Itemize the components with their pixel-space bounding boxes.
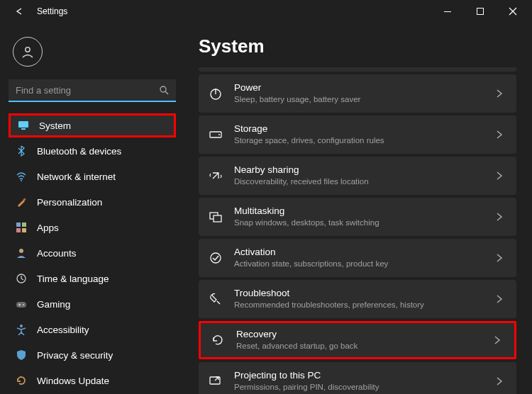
setting-projecting-to-this-pc[interactable]: Projecting to this PC Permissions, pairi… [199, 362, 516, 394]
setting-subtitle: Permissions, pairing PIN, discoverabilit… [234, 382, 379, 392]
setting-subtitle: Storage space, drives, configuration rul… [234, 135, 384, 145]
setting-title: Nearby sharing [234, 164, 369, 176]
sidebar-item-label: Apps [37, 223, 59, 233]
back-button[interactable] [11, 3, 28, 20]
sidebar: System Bluetooth & devices Network & int… [0, 23, 184, 394]
chevron-right-icon [494, 252, 505, 264]
minimize-button[interactable] [431, 0, 464, 23]
setting-title: Recovery [236, 329, 358, 341]
sidebar-item-gaming[interactable]: Gaming [9, 292, 176, 316]
chevron-right-icon [494, 88, 505, 99]
setting-subtitle: Sleep, battery usage, battery saver [234, 94, 360, 104]
sidebar-item-label: Accessibility [37, 325, 89, 335]
chevron-right-icon [492, 334, 503, 346]
projecting-icon [209, 374, 223, 388]
page-title: System [199, 35, 516, 57]
sidebar-item-time-language[interactable]: Time & language [9, 266, 176, 291]
settings-list: Power Sleep, battery usage, battery save… [199, 67, 516, 394]
setting-subtitle: Snap windows, desktops, task switching [234, 218, 379, 227]
display-icon [18, 120, 29, 131]
minimize-icon [442, 6, 453, 17]
window-controls [431, 0, 529, 23]
wifi-icon [16, 171, 27, 182]
person-icon [16, 247, 27, 259]
shield-icon [16, 349, 27, 361]
setting-recovery[interactable]: Recovery Reset, advanced startup, go bac… [199, 321, 516, 359]
search-box[interactable] [9, 79, 176, 102]
setting-title: Power [234, 82, 360, 94]
maximize-button[interactable] [464, 0, 497, 23]
power-icon [209, 86, 223, 101]
bluetooth-icon [16, 145, 27, 157]
storage-icon [209, 128, 223, 142]
sidebar-item-label: Network & internet [37, 171, 116, 182]
setting-title: Troubleshoot [234, 288, 424, 300]
activation-icon [209, 251, 223, 265]
clock-language-icon [16, 273, 27, 284]
sidebar-item-network-internet[interactable]: Network & internet [9, 164, 176, 188]
main-content: System Power Sleep, battery usage, batte… [184, 23, 532, 394]
avatar[interactable] [13, 37, 43, 67]
gamepad-icon [16, 298, 27, 310]
search-input[interactable] [16, 85, 159, 96]
setting-title: Storage [234, 123, 384, 135]
setting-title: Projecting to this PC [234, 370, 379, 382]
multitasking-icon [209, 210, 223, 224]
sidebar-item-label: Accounts [37, 248, 77, 259]
chevron-right-icon [494, 293, 505, 305]
window-title: Settings [37, 6, 67, 16]
person-icon [21, 45, 35, 59]
sidebar-item-label: Windows Update [37, 376, 109, 386]
setting-subtitle: Activation state, subscriptions, product… [234, 259, 388, 269]
sidebar-item-apps[interactable]: Apps [9, 215, 176, 240]
setting-subtitle: Discoverability, received files location [234, 176, 369, 186]
title-bar: Settings [0, 0, 532, 23]
sidebar-item-label: Privacy & security [37, 350, 113, 361]
update-icon [16, 375, 27, 386]
apps-icon [16, 222, 27, 233]
sidebar-item-label: Bluetooth & devices [37, 146, 121, 157]
troubleshoot-icon [209, 292, 223, 306]
recovery-icon [211, 333, 225, 347]
sidebar-item-label: Gaming [37, 299, 70, 310]
sidebar-item-privacy-security[interactable]: Privacy & security [9, 343, 176, 367]
setting-title: Multitasking [234, 206, 379, 218]
chevron-right-icon [494, 170, 505, 181]
setting-nearby-sharing[interactable]: Nearby sharing Discoverability, received… [199, 157, 516, 195]
paintbrush-icon [16, 196, 27, 208]
accessibility-icon [16, 324, 27, 335]
chevron-right-icon [494, 376, 505, 387]
setting-troubleshoot[interactable]: Troubleshoot Recommended troubleshooters… [199, 280, 516, 318]
sidebar-item-label: Personalization [37, 197, 102, 208]
sidebar-item-label: System [39, 120, 71, 131]
nearby-share-icon [209, 169, 223, 183]
sidebar-item-label: Time & language [37, 274, 109, 284]
back-icon [14, 6, 26, 17]
chevron-right-icon [494, 211, 505, 223]
sidebar-item-bluetooth-devices[interactable]: Bluetooth & devices [9, 139, 176, 163]
search-icon [159, 85, 169, 95]
setting-subtitle: Recommended troubleshooters, preferences… [234, 300, 424, 310]
close-icon [507, 6, 519, 17]
chevron-right-icon [494, 129, 505, 140]
sidebar-item-accessibility[interactable]: Accessibility [9, 317, 176, 342]
sidebar-item-personalization[interactable]: Personalization [9, 190, 176, 214]
sidebar-item-accounts[interactable]: Accounts [9, 241, 176, 265]
setting-storage[interactable]: Storage Storage space, drives, configura… [199, 116, 516, 154]
sidebar-item-windows-update[interactable]: Windows Update [9, 368, 176, 393]
close-button[interactable] [497, 0, 529, 23]
setting-power[interactable]: Power Sleep, battery usage, battery save… [199, 74, 516, 113]
setting-multitasking[interactable]: Multitasking Snap windows, desktops, tas… [199, 198, 516, 236]
setting-subtitle: Reset, advanced startup, go back [236, 341, 358, 351]
sidebar-item-system[interactable]: System [9, 113, 176, 137]
scroll-hint-top [199, 67, 516, 72]
maximize-icon [475, 6, 486, 17]
setting-title: Activation [234, 247, 388, 259]
setting-activation[interactable]: Activation Activation state, subscriptio… [199, 239, 516, 277]
